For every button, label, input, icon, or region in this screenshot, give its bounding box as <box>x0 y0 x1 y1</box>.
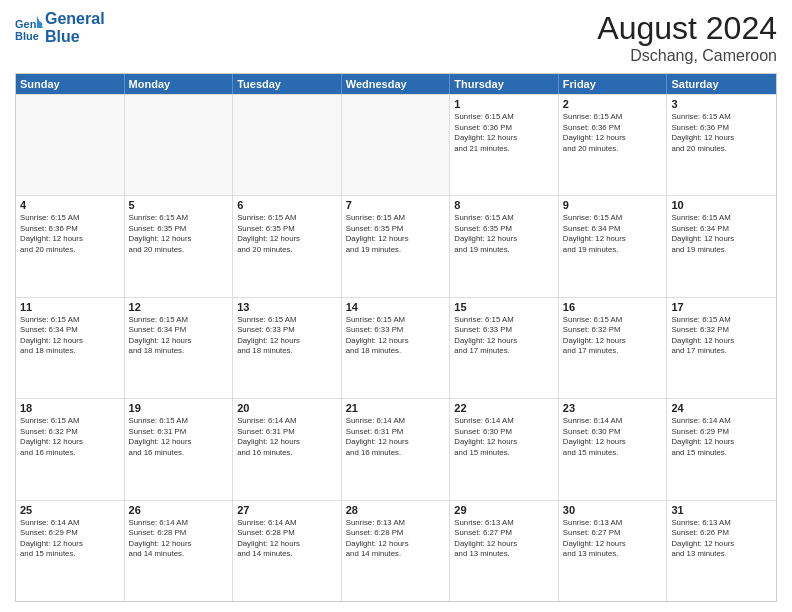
calendar-cell: 10Sunrise: 6:15 AM Sunset: 6:34 PM Dayli… <box>667 196 776 296</box>
calendar-cell: 19Sunrise: 6:15 AM Sunset: 6:31 PM Dayli… <box>125 399 234 499</box>
calendar-cell: 24Sunrise: 6:14 AM Sunset: 6:29 PM Dayli… <box>667 399 776 499</box>
calendar-cell: 29Sunrise: 6:13 AM Sunset: 6:27 PM Dayli… <box>450 501 559 601</box>
calendar-cell: 22Sunrise: 6:14 AM Sunset: 6:30 PM Dayli… <box>450 399 559 499</box>
day-number: 23 <box>563 402 663 414</box>
day-number: 25 <box>20 504 120 516</box>
day-number: 4 <box>20 199 120 211</box>
day-info: Sunrise: 6:15 AM Sunset: 6:35 PM Dayligh… <box>129 213 229 255</box>
day-number: 17 <box>671 301 772 313</box>
calendar-row: 18Sunrise: 6:15 AM Sunset: 6:32 PM Dayli… <box>16 398 776 499</box>
day-number: 12 <box>129 301 229 313</box>
calendar-cell: 6Sunrise: 6:15 AM Sunset: 6:35 PM Daylig… <box>233 196 342 296</box>
weekday-header: Thursday <box>450 74 559 94</box>
calendar-cell: 16Sunrise: 6:15 AM Sunset: 6:32 PM Dayli… <box>559 298 668 398</box>
day-info: Sunrise: 6:15 AM Sunset: 6:33 PM Dayligh… <box>237 315 337 357</box>
calendar-cell: 23Sunrise: 6:14 AM Sunset: 6:30 PM Dayli… <box>559 399 668 499</box>
weekday-header: Monday <box>125 74 234 94</box>
calendar-cell: 26Sunrise: 6:14 AM Sunset: 6:28 PM Dayli… <box>125 501 234 601</box>
calendar-cell: 11Sunrise: 6:15 AM Sunset: 6:34 PM Dayli… <box>16 298 125 398</box>
calendar-cell: 20Sunrise: 6:14 AM Sunset: 6:31 PM Dayli… <box>233 399 342 499</box>
day-info: Sunrise: 6:15 AM Sunset: 6:32 PM Dayligh… <box>671 315 772 357</box>
day-number: 22 <box>454 402 554 414</box>
calendar-cell <box>342 95 451 195</box>
day-number: 1 <box>454 98 554 110</box>
weekday-header: Tuesday <box>233 74 342 94</box>
calendar-cell: 21Sunrise: 6:14 AM Sunset: 6:31 PM Dayli… <box>342 399 451 499</box>
day-info: Sunrise: 6:15 AM Sunset: 6:31 PM Dayligh… <box>129 416 229 458</box>
weekday-header: Wednesday <box>342 74 451 94</box>
main-title: August 2024 <box>597 10 777 47</box>
day-info: Sunrise: 6:15 AM Sunset: 6:34 PM Dayligh… <box>20 315 120 357</box>
day-info: Sunrise: 6:13 AM Sunset: 6:27 PM Dayligh… <box>563 518 663 560</box>
day-number: 3 <box>671 98 772 110</box>
day-info: Sunrise: 6:15 AM Sunset: 6:34 PM Dayligh… <box>129 315 229 357</box>
calendar-cell: 30Sunrise: 6:13 AM Sunset: 6:27 PM Dayli… <box>559 501 668 601</box>
day-number: 13 <box>237 301 337 313</box>
calendar-cell: 31Sunrise: 6:13 AM Sunset: 6:26 PM Dayli… <box>667 501 776 601</box>
day-info: Sunrise: 6:14 AM Sunset: 6:28 PM Dayligh… <box>129 518 229 560</box>
calendar-cell: 12Sunrise: 6:15 AM Sunset: 6:34 PM Dayli… <box>125 298 234 398</box>
day-number: 11 <box>20 301 120 313</box>
calendar-cell: 13Sunrise: 6:15 AM Sunset: 6:33 PM Dayli… <box>233 298 342 398</box>
day-info: Sunrise: 6:14 AM Sunset: 6:31 PM Dayligh… <box>237 416 337 458</box>
title-block: August 2024 Dschang, Cameroon <box>597 10 777 65</box>
day-number: 21 <box>346 402 446 414</box>
day-info: Sunrise: 6:15 AM Sunset: 6:36 PM Dayligh… <box>563 112 663 154</box>
calendar-cell: 1Sunrise: 6:15 AM Sunset: 6:36 PM Daylig… <box>450 95 559 195</box>
day-info: Sunrise: 6:14 AM Sunset: 6:30 PM Dayligh… <box>454 416 554 458</box>
calendar-cell: 2Sunrise: 6:15 AM Sunset: 6:36 PM Daylig… <box>559 95 668 195</box>
day-info: Sunrise: 6:13 AM Sunset: 6:27 PM Dayligh… <box>454 518 554 560</box>
calendar-cell: 18Sunrise: 6:15 AM Sunset: 6:32 PM Dayli… <box>16 399 125 499</box>
day-number: 26 <box>129 504 229 516</box>
day-number: 6 <box>237 199 337 211</box>
day-info: Sunrise: 6:15 AM Sunset: 6:32 PM Dayligh… <box>20 416 120 458</box>
day-number: 15 <box>454 301 554 313</box>
day-info: Sunrise: 6:15 AM Sunset: 6:36 PM Dayligh… <box>454 112 554 154</box>
day-number: 10 <box>671 199 772 211</box>
day-info: Sunrise: 6:14 AM Sunset: 6:31 PM Dayligh… <box>346 416 446 458</box>
calendar-cell: 7Sunrise: 6:15 AM Sunset: 6:35 PM Daylig… <box>342 196 451 296</box>
day-info: Sunrise: 6:15 AM Sunset: 6:35 PM Dayligh… <box>454 213 554 255</box>
calendar-cell: 14Sunrise: 6:15 AM Sunset: 6:33 PM Dayli… <box>342 298 451 398</box>
day-number: 20 <box>237 402 337 414</box>
calendar-cell: 4Sunrise: 6:15 AM Sunset: 6:36 PM Daylig… <box>16 196 125 296</box>
calendar-cell: 17Sunrise: 6:15 AM Sunset: 6:32 PM Dayli… <box>667 298 776 398</box>
day-info: Sunrise: 6:14 AM Sunset: 6:29 PM Dayligh… <box>20 518 120 560</box>
day-info: Sunrise: 6:15 AM Sunset: 6:33 PM Dayligh… <box>346 315 446 357</box>
day-number: 18 <box>20 402 120 414</box>
calendar-cell: 15Sunrise: 6:15 AM Sunset: 6:33 PM Dayli… <box>450 298 559 398</box>
logo-blue: Blue <box>45 28 105 46</box>
calendar-row: 11Sunrise: 6:15 AM Sunset: 6:34 PM Dayli… <box>16 297 776 398</box>
day-number: 16 <box>563 301 663 313</box>
logo-general: General <box>45 10 105 28</box>
calendar-cell: 3Sunrise: 6:15 AM Sunset: 6:36 PM Daylig… <box>667 95 776 195</box>
day-info: Sunrise: 6:15 AM Sunset: 6:36 PM Dayligh… <box>20 213 120 255</box>
weekday-header: Sunday <box>16 74 125 94</box>
svg-text:Blue: Blue <box>15 30 39 42</box>
day-info: Sunrise: 6:14 AM Sunset: 6:29 PM Dayligh… <box>671 416 772 458</box>
calendar-page: General Blue General Blue August 2024 Ds… <box>0 0 792 612</box>
day-number: 9 <box>563 199 663 211</box>
day-info: Sunrise: 6:15 AM Sunset: 6:36 PM Dayligh… <box>671 112 772 154</box>
calendar-cell: 28Sunrise: 6:13 AM Sunset: 6:28 PM Dayli… <box>342 501 451 601</box>
header: General Blue General Blue August 2024 Ds… <box>15 10 777 65</box>
day-info: Sunrise: 6:15 AM Sunset: 6:33 PM Dayligh… <box>454 315 554 357</box>
day-info: Sunrise: 6:13 AM Sunset: 6:26 PM Dayligh… <box>671 518 772 560</box>
calendar-cell: 9Sunrise: 6:15 AM Sunset: 6:34 PM Daylig… <box>559 196 668 296</box>
day-number: 2 <box>563 98 663 110</box>
day-number: 30 <box>563 504 663 516</box>
calendar-row: 25Sunrise: 6:14 AM Sunset: 6:29 PM Dayli… <box>16 500 776 601</box>
calendar-cell <box>125 95 234 195</box>
day-number: 8 <box>454 199 554 211</box>
day-number: 14 <box>346 301 446 313</box>
day-info: Sunrise: 6:14 AM Sunset: 6:30 PM Dayligh… <box>563 416 663 458</box>
day-number: 27 <box>237 504 337 516</box>
day-number: 31 <box>671 504 772 516</box>
calendar-row: 4Sunrise: 6:15 AM Sunset: 6:36 PM Daylig… <box>16 195 776 296</box>
day-number: 28 <box>346 504 446 516</box>
subtitle: Dschang, Cameroon <box>597 47 777 65</box>
day-info: Sunrise: 6:15 AM Sunset: 6:34 PM Dayligh… <box>563 213 663 255</box>
logo: General Blue General Blue <box>15 10 105 47</box>
day-info: Sunrise: 6:13 AM Sunset: 6:28 PM Dayligh… <box>346 518 446 560</box>
calendar-cell: 5Sunrise: 6:15 AM Sunset: 6:35 PM Daylig… <box>125 196 234 296</box>
